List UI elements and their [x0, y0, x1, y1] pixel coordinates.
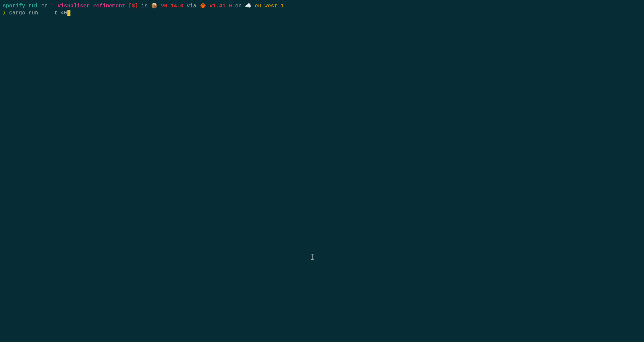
separator-on2: on — [232, 3, 245, 10]
prompt-arrow: ❯ — [3, 10, 9, 17]
separator-is: is — [138, 3, 151, 10]
directory-name: spotify-tui — [3, 3, 38, 10]
mouse-text-cursor-icon — [312, 254, 313, 260]
package-icon: 📦 — [151, 3, 161, 10]
package-version: v0.14.0 — [161, 3, 183, 10]
prompt-line: spotify-tui on ᚴ visualiser-refinement [… — [3, 3, 641, 10]
git-branch-icon: ᚴ — [51, 3, 54, 10]
rust-icon: 🦀 — [200, 3, 210, 10]
git-status: [$] — [125, 3, 138, 10]
spacer — [54, 3, 58, 10]
aws-region: eu-west-1 — [255, 3, 284, 10]
command-text: cargo run -- -t 40 — [9, 10, 67, 17]
command-input-line[interactable]: ❯ cargo run -- -t 40 — [3, 10, 641, 17]
terminal-cursor — [67, 10, 70, 16]
rust-version: v1.41.0 — [210, 3, 232, 10]
cloud-icon: ☁️ — [245, 3, 255, 10]
separator-via: via — [183, 3, 200, 10]
git-branch-name: visualiser-refinement — [58, 3, 125, 10]
separator-on: on — [38, 3, 51, 10]
